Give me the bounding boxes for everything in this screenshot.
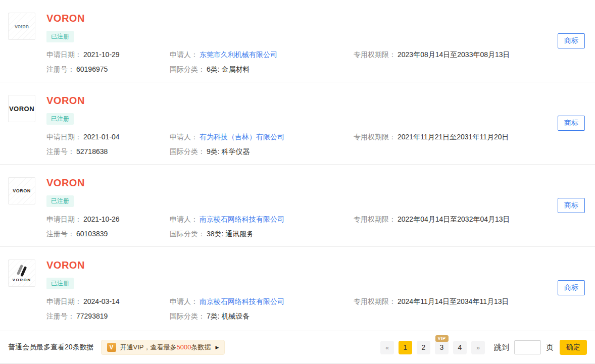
trademark-logo-text: VORON bbox=[13, 278, 31, 282]
trademark-logo: VORON bbox=[8, 259, 35, 287]
trademark-title: VORON bbox=[46, 177, 595, 189]
trademark-logo: VORON bbox=[8, 177, 35, 204]
apply-date-label: 申请日期： bbox=[46, 297, 82, 305]
trademark-logo-text: VORON bbox=[13, 188, 31, 193]
reg-no-value: 52718638 bbox=[76, 147, 108, 155]
table-row: VORON VORON 已注册 申请日期：2021-01-04 注册号：5271… bbox=[0, 82, 595, 165]
arrow-right-icon: ▶ bbox=[215, 345, 219, 350]
page-button-3-label: 3 bbox=[440, 343, 444, 351]
trademark-logo-text: voron bbox=[15, 23, 29, 29]
reg-no-label: 注册号： bbox=[46, 65, 75, 73]
apply-date-label: 申请日期： bbox=[46, 133, 82, 141]
trademark-title: VORON bbox=[46, 95, 595, 107]
apply-date-value: 2024-03-14 bbox=[83, 297, 120, 305]
trademark-search-results: voron VORON 已注册 申请日期：2021-10-29 注册号：6019… bbox=[0, 0, 595, 364]
status-badge: 已注册 bbox=[46, 278, 74, 289]
voron-logo-icon bbox=[15, 265, 28, 277]
page-button-4[interactable]: 4 bbox=[453, 341, 467, 354]
trademark-button[interactable]: 商标 bbox=[558, 33, 585, 48]
row-main: VORON 已注册 申请日期：2024-03-14 注册号：77293819 申… bbox=[46, 247, 595, 327]
term-value: 2023年08月14日至2033年08月13日 bbox=[398, 50, 510, 59]
trademark-title: VORON bbox=[46, 259, 595, 271]
row-main: VORON 已注册 申请日期：2021-10-29 注册号：60196975 申… bbox=[46, 0, 595, 80]
apply-date-value: 2021-10-26 bbox=[83, 215, 120, 223]
intl-class-label: 国际分类： bbox=[170, 65, 205, 73]
jump-label: 跳到 bbox=[494, 343, 509, 352]
reg-no-label: 注册号： bbox=[46, 312, 75, 320]
vip-banner-text: 开通VIP，查看最多5000条数据 bbox=[120, 343, 211, 352]
applicant-label: 申请人： bbox=[170, 133, 198, 141]
term-label: 专用权期限： bbox=[354, 215, 396, 223]
applicant-link[interactable]: 有为科技（吉林）有限公司 bbox=[200, 133, 284, 141]
term-value: 2024年11月14日至2034年11月13日 bbox=[398, 297, 509, 305]
intl-class-label: 国际分类： bbox=[170, 312, 205, 320]
intl-class-value: 7类: 机械设备 bbox=[207, 312, 250, 320]
vip-text-before: 开通VIP，查看最多 bbox=[120, 343, 177, 351]
trademark-logo-text: VORON bbox=[9, 105, 34, 113]
details: 申请日期：2021-01-04 注册号：52718638 申请人：有为科技（吉林… bbox=[46, 133, 595, 162]
status-badge: 已注册 bbox=[46, 113, 74, 125]
vip-upgrade-banner[interactable]: V 开通VIP，查看最多5000条数据 ▶ bbox=[101, 340, 225, 355]
trademark-title: VORON bbox=[46, 13, 595, 24]
status-badge: 已注册 bbox=[46, 195, 74, 207]
table-row: voron VORON 已注册 申请日期：2021-10-29 注册号：6019… bbox=[0, 0, 595, 82]
applicant-label: 申请人： bbox=[170, 50, 198, 59]
term-label: 专用权期限： bbox=[354, 297, 396, 305]
trademark-logo: VORON bbox=[8, 95, 35, 122]
reg-no-value: 60103839 bbox=[76, 230, 108, 238]
vip-icon: V bbox=[107, 343, 116, 352]
applicant-label: 申请人： bbox=[170, 297, 198, 305]
term-label: 专用权期限： bbox=[354, 50, 396, 59]
trademark-button[interactable]: 商标 bbox=[558, 280, 585, 295]
applicant-link[interactable]: 南京棱石网络科技有限公司 bbox=[200, 297, 284, 305]
details: 申请日期：2021-10-29 注册号：60196975 申请人：东莞市久利机械… bbox=[46, 50, 595, 80]
details: 申请日期：2024-03-14 注册号：77293819 申请人：南京棱石网络科… bbox=[46, 297, 595, 327]
intl-class-label: 国际分类： bbox=[170, 147, 205, 155]
trademark-logo: voron bbox=[8, 13, 35, 40]
page-button-2[interactable]: 2 bbox=[417, 341, 430, 354]
prev-page-button[interactable]: « bbox=[380, 341, 394, 354]
intl-class-label: 国际分类： bbox=[170, 230, 205, 238]
confirm-button[interactable]: 确定 bbox=[560, 340, 587, 355]
next-page-button[interactable]: » bbox=[471, 341, 485, 354]
table-row: VORON VORON 已注册 申请日期：2021-10-26 注册号：6010… bbox=[0, 165, 595, 247]
trademark-button[interactable]: 商标 bbox=[558, 198, 585, 213]
pagination: « 1 2 VIP3 4 » bbox=[380, 341, 485, 354]
vip-highlight-count: 5000 bbox=[177, 343, 191, 351]
status-badge: 已注册 bbox=[46, 31, 74, 42]
member-limit-note: 普通会员最多查看20条数据 bbox=[8, 343, 94, 352]
page-unit-label: 页 bbox=[546, 343, 554, 352]
page-button-3[interactable]: VIP3 bbox=[435, 341, 449, 354]
reg-no-value: 60196975 bbox=[76, 65, 108, 73]
reg-no-label: 注册号： bbox=[46, 230, 75, 238]
footer: 普通会员最多查看20条数据 V 开通VIP，查看最多5000条数据 ▶ « 1 … bbox=[0, 331, 595, 363]
applicant-link[interactable]: 南京棱石网络科技有限公司 bbox=[200, 215, 284, 223]
row-main: VORON 已注册 申请日期：2021-10-26 注册号：60103839 申… bbox=[46, 165, 595, 244]
intl-class-value: 9类: 科学仪器 bbox=[207, 147, 250, 155]
term-value: 2022年04月14日至2032年04月13日 bbox=[398, 215, 510, 223]
applicant-label: 申请人： bbox=[170, 215, 198, 223]
apply-date-value: 2021-10-29 bbox=[83, 50, 120, 59]
apply-date-label: 申请日期： bbox=[46, 50, 82, 59]
apply-date-label: 申请日期： bbox=[46, 215, 82, 223]
vip-page-badge: VIP bbox=[435, 335, 448, 342]
intl-class-value: 38类: 通讯服务 bbox=[207, 230, 254, 238]
reg-no-value: 77293819 bbox=[76, 312, 108, 320]
reg-no-label: 注册号： bbox=[46, 147, 75, 155]
jump-page-input[interactable] bbox=[514, 340, 541, 354]
intl-class-value: 6类: 金属材料 bbox=[207, 65, 250, 73]
apply-date-value: 2021-01-04 bbox=[83, 133, 120, 141]
table-row: VORON VORON 已注册 申请日期：2024-03-14 注册号：7729… bbox=[0, 247, 595, 331]
trademark-button[interactable]: 商标 bbox=[558, 116, 585, 131]
row-main: VORON 已注册 申请日期：2021-01-04 注册号：52718638 申… bbox=[46, 82, 595, 162]
applicant-link[interactable]: 东莞市久利机械有限公司 bbox=[200, 50, 277, 59]
term-label: 专用权期限： bbox=[354, 133, 396, 141]
page-jump: 跳到 页 确定 bbox=[494, 340, 587, 355]
vip-text-after: 条数据 bbox=[191, 343, 211, 351]
details: 申请日期：2021-10-26 注册号：60103839 申请人：南京棱石网络科… bbox=[46, 215, 595, 244]
page-button-1[interactable]: 1 bbox=[399, 341, 412, 354]
term-value: 2021年11月21日至2031年11月20日 bbox=[398, 133, 509, 141]
